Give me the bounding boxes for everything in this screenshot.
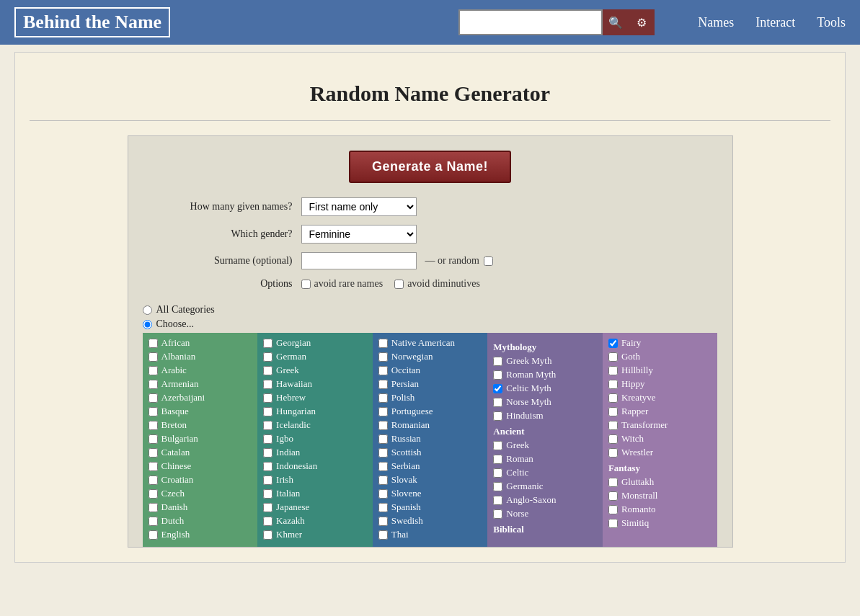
category-checkbox[interactable] xyxy=(493,468,502,478)
category-checkbox[interactable] xyxy=(148,380,158,389)
category-checkbox[interactable] xyxy=(608,434,618,444)
category-checkbox[interactable] xyxy=(608,491,618,501)
category-checkbox[interactable] xyxy=(263,421,272,430)
category-checkbox[interactable] xyxy=(493,509,502,519)
category-checkbox[interactable] xyxy=(608,519,618,528)
category-checkbox[interactable] xyxy=(148,530,158,540)
category-checkbox[interactable] xyxy=(608,478,618,487)
surname-row: Surname (optional) — or random xyxy=(143,252,718,269)
category-checkbox[interactable] xyxy=(148,462,158,471)
category-checkbox[interactable] xyxy=(148,393,158,403)
category-checkbox[interactable] xyxy=(378,462,388,471)
category-checkbox[interactable] xyxy=(263,462,272,471)
category-checkbox[interactable] xyxy=(148,489,158,499)
avoid-rare-checkbox[interactable] xyxy=(301,280,311,289)
category-checkbox[interactable] xyxy=(493,384,502,393)
category-checkbox[interactable] xyxy=(263,407,272,416)
category-checkbox[interactable] xyxy=(263,339,272,348)
category-checkbox[interactable] xyxy=(263,434,272,444)
category-checkbox[interactable] xyxy=(148,421,158,430)
category-checkbox[interactable] xyxy=(148,352,158,362)
random-surname-checkbox[interactable] xyxy=(484,256,493,266)
list-item: Hippy xyxy=(608,378,712,390)
category-checkbox[interactable] xyxy=(608,339,618,348)
category-checkbox[interactable] xyxy=(378,489,388,499)
list-item: Spanish xyxy=(378,501,482,513)
category-checkbox[interactable] xyxy=(608,352,618,362)
category-checkbox[interactable] xyxy=(493,496,502,505)
category-checkbox[interactable] xyxy=(263,366,272,375)
nav-tools[interactable]: Tools xyxy=(817,15,846,30)
all-categories-radio[interactable] xyxy=(143,305,152,315)
category-checkbox[interactable] xyxy=(148,503,158,512)
category-checkbox[interactable] xyxy=(378,517,388,526)
category-checkbox[interactable] xyxy=(378,476,388,485)
category-checkbox[interactable] xyxy=(608,407,618,416)
category-checkbox[interactable] xyxy=(148,339,158,348)
category-checkbox[interactable] xyxy=(608,393,618,403)
search-input[interactable] xyxy=(458,9,603,35)
category-checkbox[interactable] xyxy=(148,517,158,526)
category-label: Norse Myth xyxy=(506,396,551,408)
list-item: Norwegian xyxy=(378,351,482,362)
category-checkbox[interactable] xyxy=(493,441,502,450)
category-checkbox[interactable] xyxy=(263,503,272,512)
category-label: Thai xyxy=(391,529,409,540)
search-button[interactable]: 🔍 xyxy=(603,9,629,35)
category-checkbox[interactable] xyxy=(378,380,388,389)
list-item: Russian xyxy=(378,433,482,445)
given-names-select[interactable]: First name onlyFirst + MiddleFirst + 2 M… xyxy=(301,197,417,216)
category-checkbox[interactable] xyxy=(263,517,272,526)
category-checkbox[interactable] xyxy=(263,380,272,389)
category-checkbox[interactable] xyxy=(378,352,388,362)
generate-button[interactable]: Generate a Name! xyxy=(349,151,511,183)
category-checkbox[interactable] xyxy=(378,530,388,540)
list-item: Arabic xyxy=(148,365,252,376)
category-label: Polish xyxy=(391,392,415,403)
nav-interact[interactable]: Interact xyxy=(755,15,795,30)
category-checkbox[interactable] xyxy=(263,448,272,457)
category-checkbox[interactable] xyxy=(263,476,272,485)
category-label: Hillbilly xyxy=(621,365,653,376)
category-checkbox[interactable] xyxy=(378,393,388,403)
nav-names[interactable]: Names xyxy=(698,15,734,30)
category-checkbox[interactable] xyxy=(148,476,158,485)
given-names-label: How many given names? xyxy=(143,201,301,213)
list-item: Greek Myth xyxy=(493,355,597,367)
category-checkbox[interactable] xyxy=(493,482,502,491)
category-checkbox[interactable] xyxy=(148,366,158,375)
category-checkbox[interactable] xyxy=(148,448,158,457)
category-checkbox[interactable] xyxy=(263,489,272,499)
category-checkbox[interactable] xyxy=(493,455,502,464)
surname-input[interactable] xyxy=(301,252,417,269)
settings-button[interactable]: ⚙ xyxy=(629,9,655,35)
category-checkbox[interactable] xyxy=(493,398,502,407)
category-label: Albanian xyxy=(161,351,196,362)
category-checkbox[interactable] xyxy=(378,434,388,444)
avoid-dim-checkbox[interactable] xyxy=(394,280,404,289)
category-checkbox[interactable] xyxy=(148,407,158,416)
category-checkbox[interactable] xyxy=(378,503,388,512)
category-checkbox[interactable] xyxy=(608,380,618,389)
category-checkbox[interactable] xyxy=(378,366,388,375)
choose-radio[interactable] xyxy=(143,320,152,329)
category-checkbox[interactable] xyxy=(378,421,388,430)
category-checkbox[interactable] xyxy=(263,393,272,403)
category-checkbox[interactable] xyxy=(493,370,502,380)
category-checkbox[interactable] xyxy=(608,366,618,375)
category-checkbox[interactable] xyxy=(378,339,388,348)
category-checkbox[interactable] xyxy=(378,448,388,457)
category-checkbox[interactable] xyxy=(263,530,272,540)
category-checkbox[interactable] xyxy=(608,448,618,457)
options-group: avoid rare names avoid diminutives xyxy=(301,278,480,290)
category-checkbox[interactable] xyxy=(263,352,272,362)
category-label: Portuguese xyxy=(391,406,433,417)
category-checkbox[interactable] xyxy=(608,505,618,514)
category-checkbox[interactable] xyxy=(148,434,158,444)
category-label: English xyxy=(161,529,190,540)
gender-select[interactable]: MasculineFeminineEither xyxy=(301,225,417,244)
category-checkbox[interactable] xyxy=(608,421,618,430)
category-checkbox[interactable] xyxy=(493,411,502,421)
category-checkbox[interactable] xyxy=(493,357,502,366)
category-checkbox[interactable] xyxy=(378,407,388,416)
